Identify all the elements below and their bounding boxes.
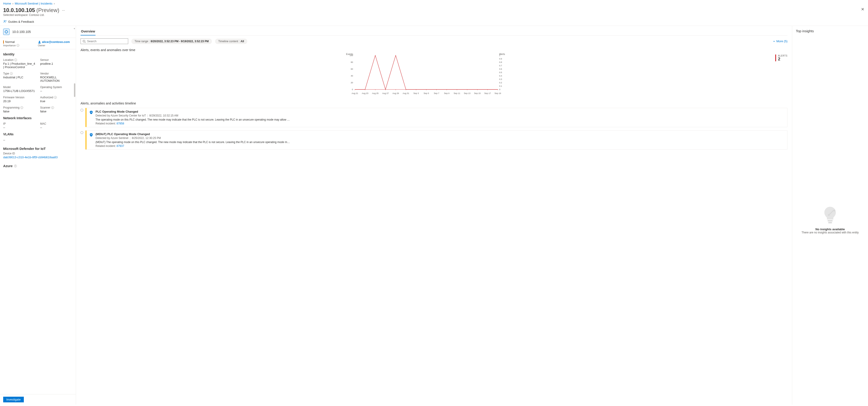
info-icon[interactable]: i xyxy=(14,165,17,167)
owner-label: Owner xyxy=(38,44,72,47)
more-filters-link[interactable]: More (5) xyxy=(773,39,787,43)
svg-text:0.1: 0.1 xyxy=(499,85,502,87)
svg-text:20: 20 xyxy=(351,82,353,84)
vlans-value: -- xyxy=(3,138,72,142)
search-input-wrap[interactable] xyxy=(81,38,128,44)
breadcrumb: Home › Microsoft Sentinel | Incidents › xyxy=(0,0,868,7)
fw-value: 20.19 xyxy=(3,99,36,103)
svg-rect-1 xyxy=(5,31,7,33)
info-icon[interactable]: i xyxy=(17,44,19,47)
type-value: Industrial | PLC xyxy=(3,76,36,79)
auth-label: Authorized xyxy=(40,96,53,99)
info-icon[interactable]: i xyxy=(51,106,54,109)
workspace-name: Contoso Ltd. xyxy=(29,13,44,17)
collapse-sidebar-button[interactable]: « xyxy=(73,27,76,30)
svg-rect-61 xyxy=(828,222,832,224)
insights-panel: Top insights No insights available There… xyxy=(792,26,868,405)
vlans-heading: VLANs xyxy=(3,133,72,136)
alert-description: The operating mode on this PLC changed. … xyxy=(95,118,784,121)
svg-text:0.3: 0.3 xyxy=(499,78,502,80)
mac-value: -- xyxy=(40,126,72,129)
svg-rect-60 xyxy=(828,220,833,222)
timeline-select-radio[interactable] xyxy=(81,131,83,134)
info-icon[interactable]: i xyxy=(21,106,23,109)
svg-text:Sep 17: Sep 17 xyxy=(484,92,491,94)
svg-point-63 xyxy=(828,214,830,216)
insights-heading: Top insights xyxy=(796,29,864,33)
investigate-button[interactable]: Investigate xyxy=(3,397,24,402)
svg-text:Sep 7: Sep 7 xyxy=(434,92,439,94)
device-id-link[interactable]: dab39013-c310-4e1b-8f5f-cb94b618aa83 xyxy=(3,155,58,159)
vendor-value: ROCKWELL AUTOMATION xyxy=(40,76,72,82)
breadcrumb-incidents[interactable]: Microsoft Sentinel | Incidents xyxy=(15,2,53,5)
owner-link[interactable]: alice@contoso.com xyxy=(38,40,72,44)
page-title: 10.0.100.105 xyxy=(3,7,35,13)
timeline-content-pill[interactable]: Timeline content : All xyxy=(215,38,247,44)
os-value: -- xyxy=(40,89,72,93)
svg-text:Sep 13: Sep 13 xyxy=(464,92,470,94)
breadcrumb-home[interactable]: Home xyxy=(3,2,11,5)
importance-label: Importance xyxy=(3,44,16,47)
svg-text:Aug 21: Aug 21 xyxy=(352,92,358,94)
alert-source: Detected by Azure Security Center for Io… xyxy=(95,114,146,117)
close-button[interactable]: ✕ xyxy=(861,7,864,12)
alert-title: PLC Operating Mode Changed xyxy=(95,110,784,113)
os-label: Operating System xyxy=(40,86,72,89)
vendor-label: Vendor xyxy=(40,72,72,75)
svg-text:Sep 15: Sep 15 xyxy=(474,92,481,94)
svg-point-0 xyxy=(4,21,5,22)
tab-overview[interactable]: Overview xyxy=(81,28,95,35)
scrollbar[interactable] xyxy=(74,83,75,97)
importance-indicator xyxy=(3,40,4,44)
svg-rect-55 xyxy=(91,112,91,112)
chip-icon xyxy=(3,29,9,35)
location-label: Location xyxy=(3,58,13,61)
svg-text:0.4: 0.4 xyxy=(499,75,502,77)
svg-point-2 xyxy=(39,41,40,42)
svg-text:0.7: 0.7 xyxy=(499,64,502,67)
timeline-card[interactable]: (MDIoT) PLC Operating Mode Changed Detec… xyxy=(86,130,787,150)
entity-sidebar: « 10.0.100.105 Normal Importancei alice@… xyxy=(0,26,76,405)
related-incident-link[interactable]: 87858 xyxy=(117,122,124,125)
svg-text:Sep 11: Sep 11 xyxy=(454,92,460,94)
svg-text:Sep 5: Sep 5 xyxy=(424,92,429,94)
info-icon[interactable]: i xyxy=(14,59,17,61)
sensor-value: prodline.1 xyxy=(40,62,72,65)
related-label: Related incident: xyxy=(95,122,116,125)
timeline-select-radio[interactable] xyxy=(81,109,83,112)
svg-text:0.6: 0.6 xyxy=(499,68,502,70)
time-range-pill[interactable]: Time range : 8/20/2022, 3:52:23 PM - 9/1… xyxy=(131,38,212,44)
person-icon xyxy=(38,40,41,44)
breadcrumb-sep: › xyxy=(12,2,13,5)
timeline-card[interactable]: PLC Operating Mode Changed Detected by A… xyxy=(86,108,787,127)
entity-ip: 10.0.100.105 xyxy=(12,30,31,34)
svg-text:Aug 23: Aug 23 xyxy=(362,92,368,94)
insights-empty-sub: There are no insights associated with th… xyxy=(802,231,859,234)
timeline-heading: Alerts, anomalies and activities timelin… xyxy=(81,102,787,105)
chevron-down-icon xyxy=(773,40,775,43)
svg-text:Alerts: Alerts xyxy=(499,53,505,55)
network-heading: Network Interfaces xyxy=(3,116,72,120)
svg-text:0: 0 xyxy=(352,88,353,91)
search-input[interactable] xyxy=(87,39,126,43)
info-icon[interactable]: i xyxy=(54,96,57,99)
alerts-indicator xyxy=(775,55,776,61)
svg-text:0.9: 0.9 xyxy=(499,58,502,60)
guides-feedback-link[interactable]: Guides & Feedback xyxy=(8,20,34,23)
defender-heading: Microsoft Defender for IoT xyxy=(3,147,72,150)
info-icon[interactable]: i xyxy=(10,72,13,75)
svg-text:Events: Events xyxy=(346,53,353,55)
shield-icon xyxy=(89,110,93,114)
related-incident-link[interactable]: 87937 xyxy=(117,144,124,148)
type-label: Type xyxy=(3,72,9,75)
events-chart: 02040608010000.10.20.30.40.50.60.70.80.9… xyxy=(81,53,770,96)
svg-text:Aug 31: Aug 31 xyxy=(403,92,409,94)
alert-description: (MDIoT) The operating mode on this PLC c… xyxy=(95,141,784,144)
mac-label: MAC xyxy=(40,122,72,125)
alert-time: 8/29/2022, 10:32:15 AM xyxy=(149,114,178,117)
preview-badge: (Preview) xyxy=(36,7,59,13)
prog-value: false xyxy=(3,110,36,113)
alert-time: 8/25/2022, 12:30:25 PM xyxy=(132,137,161,140)
more-actions-button[interactable]: ⋯ xyxy=(62,9,65,12)
timeline-item: (MDIoT) PLC Operating Mode Changed Detec… xyxy=(81,130,787,150)
